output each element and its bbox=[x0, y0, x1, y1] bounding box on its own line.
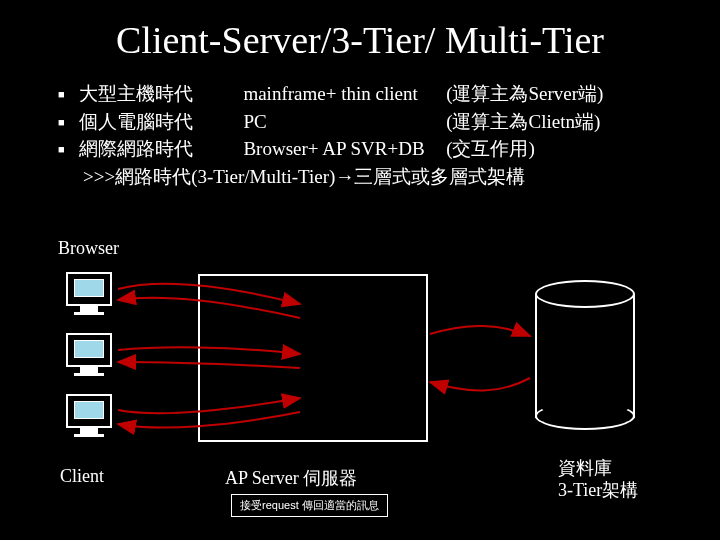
bullet-row: ■ 大型主機時代 mainframe+ thin client (運算主為Ser… bbox=[58, 80, 720, 108]
bullet-continuation: >>>網路時代(3-Tier/Multi-Tier)→三層式或多層式架構 bbox=[83, 163, 720, 191]
tech-cell: Browser+ AP SVR+DB bbox=[243, 135, 441, 163]
bullet-icon: ■ bbox=[58, 115, 65, 131]
bullet-row: ■ 網際網路時代 Browser+ AP SVR+DB (交互作用) bbox=[58, 135, 720, 163]
caption-box: 接受request 傳回適當的訊息 bbox=[231, 494, 388, 517]
database-icon bbox=[535, 280, 635, 430]
bullet-row: ■ 個人電腦時代 PC (運算主為Clietn端) bbox=[58, 108, 720, 136]
era-cell: 大型主機時代 bbox=[79, 80, 239, 108]
database-label: 資料庫 bbox=[558, 456, 612, 480]
note-cell: (運算主為Server端) bbox=[446, 80, 603, 108]
tech-cell: mainframe+ thin client bbox=[243, 80, 441, 108]
bullet-icon: ■ bbox=[58, 142, 65, 158]
bullet-list: ■ 大型主機時代 mainframe+ thin client (運算主為Ser… bbox=[58, 80, 720, 190]
era-cell: 網際網路時代 bbox=[79, 135, 239, 163]
note-cell: (交互作用) bbox=[446, 135, 535, 163]
tier-label: 3-Tier架構 bbox=[558, 478, 638, 502]
page-title: Client-Server/3-Tier/ Multi-Tier bbox=[0, 0, 720, 62]
note-cell: (運算主為Clietn端) bbox=[446, 108, 600, 136]
monitor-icon bbox=[66, 333, 112, 375]
client-label: Client bbox=[60, 466, 104, 487]
ap-server-box bbox=[198, 274, 428, 442]
era-cell: 個人電腦時代 bbox=[79, 108, 239, 136]
browser-label: Browser bbox=[58, 238, 119, 259]
ap-server-label: AP Server 伺服器 bbox=[225, 466, 357, 490]
bullet-icon: ■ bbox=[58, 87, 65, 103]
tech-cell: PC bbox=[243, 108, 441, 136]
architecture-diagram: Browser Client AP Server 伺服器 資料庫 3-Tier架… bbox=[0, 238, 720, 518]
monitor-icon bbox=[66, 272, 112, 314]
monitor-icon bbox=[66, 394, 112, 436]
